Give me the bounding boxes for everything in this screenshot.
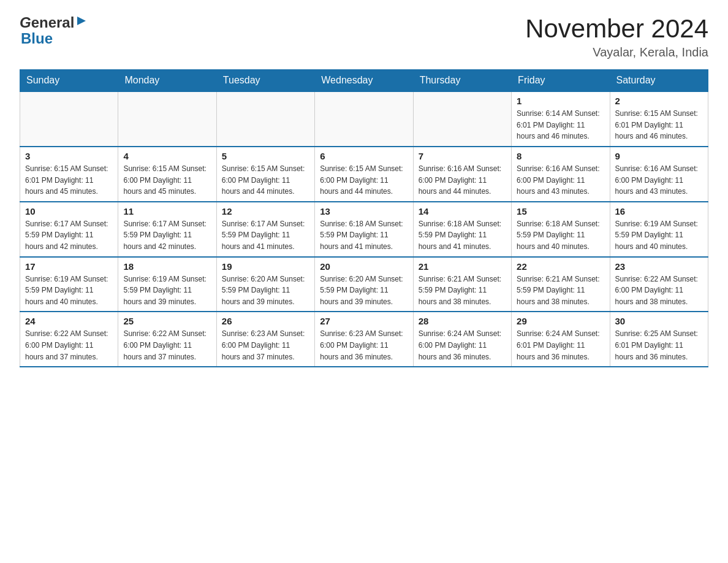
calendar-cell: 12Sunrise: 6:17 AM Sunset: 5:59 PM Dayli… bbox=[216, 202, 314, 257]
day-info: Sunrise: 6:20 AM Sunset: 5:59 PM Dayligh… bbox=[320, 274, 408, 308]
calendar-cell: 28Sunrise: 6:24 AM Sunset: 6:00 PM Dayli… bbox=[413, 312, 511, 367]
day-info: Sunrise: 6:25 AM Sunset: 6:01 PM Dayligh… bbox=[615, 328, 703, 362]
calendar-cell bbox=[315, 91, 413, 147]
day-info: Sunrise: 6:17 AM Sunset: 5:59 PM Dayligh… bbox=[222, 218, 309, 253]
weekday-header-sunday: Sunday bbox=[20, 70, 118, 92]
calendar-cell: 7Sunrise: 6:16 AM Sunset: 6:00 PM Daylig… bbox=[413, 147, 511, 202]
month-title: November 2024 bbox=[525, 15, 708, 43]
day-number: 10 bbox=[25, 206, 113, 216]
calendar-cell: 1Sunrise: 6:14 AM Sunset: 6:01 PM Daylig… bbox=[512, 91, 610, 147]
calendar-cell: 21Sunrise: 6:21 AM Sunset: 5:59 PM Dayli… bbox=[413, 257, 511, 312]
logo-g: G bbox=[20, 15, 31, 31]
logo-eneral: eneral bbox=[31, 15, 75, 31]
calendar-cell: 25Sunrise: 6:22 AM Sunset: 6:00 PM Dayli… bbox=[118, 312, 216, 367]
day-info: Sunrise: 6:16 AM Sunset: 6:00 PM Dayligh… bbox=[517, 163, 604, 197]
day-number: 15 bbox=[517, 206, 604, 216]
day-number: 18 bbox=[123, 261, 211, 272]
day-info: Sunrise: 6:19 AM Sunset: 5:59 PM Dayligh… bbox=[615, 218, 703, 253]
calendar-cell: 9Sunrise: 6:16 AM Sunset: 6:00 PM Daylig… bbox=[610, 147, 708, 202]
calendar-cell: 26Sunrise: 6:23 AM Sunset: 6:00 PM Dayli… bbox=[216, 312, 314, 367]
calendar-cell: 29Sunrise: 6:24 AM Sunset: 6:01 PM Dayli… bbox=[512, 312, 610, 367]
day-info: Sunrise: 6:17 AM Sunset: 5:59 PM Dayligh… bbox=[123, 218, 211, 253]
weekday-header-wednesday: Wednesday bbox=[315, 70, 413, 92]
day-info: Sunrise: 6:16 AM Sunset: 6:00 PM Dayligh… bbox=[419, 163, 506, 197]
calendar-cell: 27Sunrise: 6:23 AM Sunset: 6:00 PM Dayli… bbox=[315, 312, 413, 367]
day-number: 20 bbox=[320, 261, 408, 272]
calendar-cell: 17Sunrise: 6:19 AM Sunset: 5:59 PM Dayli… bbox=[20, 257, 118, 312]
calendar-cell: 20Sunrise: 6:20 AM Sunset: 5:59 PM Dayli… bbox=[315, 257, 413, 312]
day-info: Sunrise: 6:24 AM Sunset: 6:00 PM Dayligh… bbox=[419, 328, 506, 362]
calendar-table: SundayMondayTuesdayWednesdayThursdayFrid… bbox=[20, 69, 708, 367]
day-info: Sunrise: 6:15 AM Sunset: 6:00 PM Dayligh… bbox=[222, 163, 309, 197]
calendar-week-row: 10Sunrise: 6:17 AM Sunset: 5:59 PM Dayli… bbox=[20, 202, 708, 257]
day-number: 19 bbox=[222, 261, 309, 272]
calendar-cell: 16Sunrise: 6:19 AM Sunset: 5:59 PM Dayli… bbox=[610, 202, 708, 257]
day-info: Sunrise: 6:15 AM Sunset: 6:01 PM Dayligh… bbox=[615, 108, 703, 142]
day-info: Sunrise: 6:22 AM Sunset: 6:00 PM Dayligh… bbox=[615, 274, 703, 308]
calendar-cell: 13Sunrise: 6:18 AM Sunset: 5:59 PM Dayli… bbox=[315, 202, 413, 257]
day-number: 7 bbox=[419, 151, 506, 161]
calendar-cell: 18Sunrise: 6:19 AM Sunset: 5:59 PM Dayli… bbox=[118, 257, 216, 312]
day-info: Sunrise: 6:23 AM Sunset: 6:00 PM Dayligh… bbox=[320, 328, 408, 362]
day-number: 24 bbox=[25, 316, 113, 326]
day-number: 12 bbox=[222, 206, 309, 216]
calendar-cell: 15Sunrise: 6:18 AM Sunset: 5:59 PM Dayli… bbox=[512, 202, 610, 257]
day-info: Sunrise: 6:15 AM Sunset: 6:00 PM Dayligh… bbox=[123, 163, 211, 197]
day-number: 3 bbox=[25, 151, 113, 161]
weekday-header-saturday: Saturday bbox=[610, 70, 708, 92]
day-number: 21 bbox=[419, 261, 506, 272]
day-info: Sunrise: 6:22 AM Sunset: 6:00 PM Dayligh… bbox=[25, 328, 113, 362]
calendar-header-row: SundayMondayTuesdayWednesdayThursdayFrid… bbox=[20, 70, 708, 92]
day-info: Sunrise: 6:16 AM Sunset: 6:00 PM Dayligh… bbox=[615, 163, 703, 197]
day-number: 14 bbox=[419, 206, 506, 216]
calendar-week-row: 1Sunrise: 6:14 AM Sunset: 6:01 PM Daylig… bbox=[20, 91, 708, 147]
logo-arrow-icon bbox=[76, 15, 87, 29]
day-number: 27 bbox=[320, 316, 408, 326]
day-info: Sunrise: 6:21 AM Sunset: 5:59 PM Dayligh… bbox=[419, 274, 506, 308]
day-number: 13 bbox=[320, 206, 408, 216]
day-number: 4 bbox=[123, 151, 211, 161]
location-text: Vayalar, Kerala, India bbox=[525, 45, 708, 59]
calendar-cell: 3Sunrise: 6:15 AM Sunset: 6:01 PM Daylig… bbox=[20, 147, 118, 202]
day-number: 1 bbox=[517, 96, 604, 106]
day-info: Sunrise: 6:22 AM Sunset: 6:00 PM Dayligh… bbox=[123, 328, 211, 362]
day-info: Sunrise: 6:15 AM Sunset: 6:00 PM Dayligh… bbox=[320, 163, 408, 197]
day-number: 16 bbox=[615, 206, 703, 216]
day-info: Sunrise: 6:20 AM Sunset: 5:59 PM Dayligh… bbox=[222, 274, 309, 308]
calendar-cell bbox=[118, 91, 216, 147]
weekday-header-monday: Monday bbox=[118, 70, 216, 92]
calendar-cell: 30Sunrise: 6:25 AM Sunset: 6:01 PM Dayli… bbox=[610, 312, 708, 367]
calendar-cell: 23Sunrise: 6:22 AM Sunset: 6:00 PM Dayli… bbox=[610, 257, 708, 312]
day-number: 25 bbox=[123, 316, 211, 326]
day-info: Sunrise: 6:24 AM Sunset: 6:01 PM Dayligh… bbox=[517, 328, 604, 362]
day-info: Sunrise: 6:15 AM Sunset: 6:01 PM Dayligh… bbox=[25, 163, 113, 197]
calendar-week-row: 17Sunrise: 6:19 AM Sunset: 5:59 PM Dayli… bbox=[20, 257, 708, 312]
calendar-cell bbox=[216, 91, 314, 147]
day-number: 23 bbox=[615, 261, 703, 272]
day-info: Sunrise: 6:23 AM Sunset: 6:00 PM Dayligh… bbox=[222, 328, 309, 362]
day-number: 6 bbox=[320, 151, 408, 161]
calendar-week-row: 3Sunrise: 6:15 AM Sunset: 6:01 PM Daylig… bbox=[20, 147, 708, 202]
day-number: 29 bbox=[517, 316, 604, 326]
day-number: 11 bbox=[123, 206, 211, 216]
day-info: Sunrise: 6:18 AM Sunset: 5:59 PM Dayligh… bbox=[320, 218, 408, 253]
day-number: 8 bbox=[517, 151, 604, 161]
title-area: November 2024 Vayalar, Kerala, India bbox=[525, 15, 708, 59]
logo-blue-text: Blue bbox=[21, 31, 87, 47]
weekday-header-thursday: Thursday bbox=[413, 70, 511, 92]
day-info: Sunrise: 6:14 AM Sunset: 6:01 PM Dayligh… bbox=[517, 108, 604, 142]
calendar-cell: 6Sunrise: 6:15 AM Sunset: 6:00 PM Daylig… bbox=[315, 147, 413, 202]
page-header: G eneral Blue November 2024 Vayalar, Ker… bbox=[20, 15, 708, 59]
weekday-header-tuesday: Tuesday bbox=[216, 70, 314, 92]
calendar-cell bbox=[20, 91, 118, 147]
day-number: 17 bbox=[25, 261, 113, 272]
calendar-cell: 22Sunrise: 6:21 AM Sunset: 5:59 PM Dayli… bbox=[512, 257, 610, 312]
logo: G eneral Blue bbox=[20, 15, 87, 47]
calendar-cell: 2Sunrise: 6:15 AM Sunset: 6:01 PM Daylig… bbox=[610, 91, 708, 147]
day-info: Sunrise: 6:18 AM Sunset: 5:59 PM Dayligh… bbox=[517, 218, 604, 253]
day-number: 26 bbox=[222, 316, 309, 326]
calendar-week-row: 24Sunrise: 6:22 AM Sunset: 6:00 PM Dayli… bbox=[20, 312, 708, 367]
day-info: Sunrise: 6:21 AM Sunset: 5:59 PM Dayligh… bbox=[517, 274, 604, 308]
day-number: 28 bbox=[419, 316, 506, 326]
day-number: 30 bbox=[615, 316, 703, 326]
